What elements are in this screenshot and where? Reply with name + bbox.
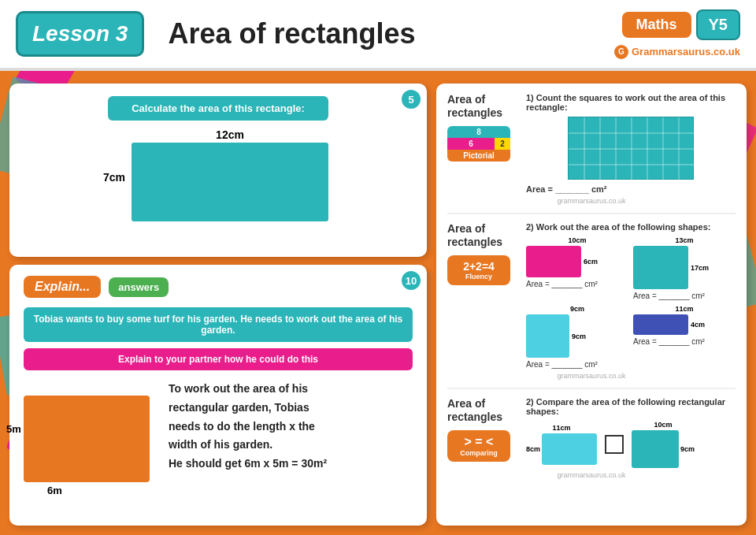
shape2-height: 17cm <box>691 264 709 272</box>
solution-line4: width of his garden. <box>169 438 272 451</box>
lesson-badge: Lesson 3 <box>16 11 144 57</box>
answers-badge[interactable]: answers <box>109 277 169 297</box>
ws-question-1: 1) Count the squares to work out the are… <box>526 93 736 112</box>
shape-item-1: 10cm 6cm Area = _______ cm² <box>526 236 628 300</box>
worksheet-section-1: Area of rectangles 8 6 2 Pictorial 1) Co… <box>447 93 736 214</box>
ws-row-3: Area of rectangles > = < Comparing 2) Co… <box>447 397 736 468</box>
ws-area-answer-1: Area = _______ cm² <box>526 184 736 194</box>
garden-width-label: 6m <box>47 485 62 496</box>
slide2-header: Explain... answers <box>24 276 413 298</box>
shape-item-2: 13cm 17cm Area = _______ cm² <box>633 236 736 300</box>
left-panel: 5 Calculate the area of this rectangle: … <box>9 84 427 526</box>
compare-shape1-height: 8cm <box>526 445 540 453</box>
year-badge: Y5 <box>696 9 740 40</box>
header: Lesson 3 Area of rectangles Maths Y5 G G… <box>0 0 756 71</box>
page-title: Area of rectangles <box>168 17 614 50</box>
height-label: 7cm <box>103 171 125 184</box>
compare-rect-2 <box>632 430 679 468</box>
ws-badge-mid: 6 2 <box>447 138 510 150</box>
compare-shape1-width: 11cm <box>526 424 597 432</box>
garden-rectangle <box>24 396 150 482</box>
ws-label-3: Area of rectangles <box>447 397 518 424</box>
solution-text: To work out the area of his rectangular … <box>161 380 413 474</box>
ws-content-3: 2) Compare the area of the following rec… <box>526 397 736 468</box>
subject-row: Maths Y5 <box>622 9 740 40</box>
explain-badge: Explain... <box>24 276 101 298</box>
ws-badge-mid-right: 2 <box>495 138 510 150</box>
shape2-row: 17cm <box>633 246 736 289</box>
shape1-area: Area = _______ cm² <box>526 280 628 288</box>
ws-badge-bot: Pictorial <box>447 150 510 162</box>
ws-question-3: 2) Compare the area of the following rec… <box>526 397 736 416</box>
garden-height-label: 5m <box>6 423 21 435</box>
slide-number-5: 5 <box>402 90 421 109</box>
worksheet-section-2: Area of rectangles 2+2=4 Fluency 2) Work… <box>447 222 736 389</box>
calculate-button[interactable]: Calculate the area of this rectangle: <box>108 96 328 121</box>
shape4-row: 4cm <box>633 314 736 335</box>
compare-shape2-height: 9cm <box>680 445 695 453</box>
compare-shape-1: 11cm 8cm <box>526 424 597 465</box>
solution-line5: He should get 6m x 5m = 30m² <box>169 457 327 470</box>
shape3-area: Area = _______ cm² <box>526 360 628 369</box>
solution-line1: To work out the area of his <box>169 382 308 395</box>
gram-footer-2: grammarsaurus.co.uk <box>447 372 736 380</box>
slide-number-10: 10 <box>402 271 421 290</box>
gram-footer-3: grammarsaurus.co.uk <box>447 471 736 479</box>
compare-shape-2: 10cm 9cm <box>632 421 695 468</box>
gram-icon: G <box>614 45 628 59</box>
solution-line2: rectangular garden, Tobias <box>169 401 309 414</box>
ws-content-1: 1) Count the squares to work out the are… <box>526 93 736 194</box>
shape4-area: Area = _______ cm² <box>633 337 736 346</box>
shape2-rect <box>633 246 688 289</box>
slide2-content: 6m 5m To work out the area of his rectan… <box>24 380 413 482</box>
shape-item-4: 11cm 4cm Area = _______ cm² <box>633 305 736 369</box>
compare-rect-1 <box>542 433 597 465</box>
comparing-label: Comparing <box>454 449 504 457</box>
ws-row-1: Area of rectangles 8 6 2 Pictorial 1) Co… <box>447 93 736 194</box>
ws-badge-1: 8 6 2 Pictorial <box>447 126 510 162</box>
ws-label-col-1: Area of rectangles 8 6 2 Pictorial <box>447 93 518 162</box>
slide-calculate: 5 Calculate the area of this rectangle: … <box>9 84 427 257</box>
fluency-label: Fluency <box>454 273 504 281</box>
compare-shape1-row: 8cm <box>526 433 597 465</box>
shape1-rect <box>526 246 581 277</box>
shape1-height: 6cm <box>584 258 598 266</box>
subject-badge: Maths <box>622 12 691 38</box>
ws-label-2: Area of rectangles <box>447 222 518 249</box>
fluency-math: 2+2=4 <box>454 260 504 273</box>
compare-shape2-width: 10cm <box>632 421 695 429</box>
shapes-grid: 10cm 6cm Area = _______ cm² 13cm <box>526 236 736 369</box>
partner-box: Explain to your partner how he could do … <box>24 348 413 370</box>
ws-label-col-2: Area of rectangles 2+2=4 Fluency <box>447 222 518 285</box>
shape4-height: 4cm <box>691 321 705 329</box>
ws-question-2: 2) Work out the area of the following sh… <box>526 222 736 232</box>
shape2-width: 13cm <box>633 236 736 244</box>
compare-shape2-row: 9cm <box>632 430 695 468</box>
shape2-area: Area = _______ cm² <box>633 292 736 300</box>
ws-label-col-3: Area of rectangles > = < Comparing <box>447 397 518 462</box>
ws-content-2: 2) Work out the area of the following sh… <box>526 222 736 369</box>
comparing-icons: > = < <box>454 435 504 449</box>
width-label: 12cm <box>132 128 328 141</box>
rectangle-shape <box>132 143 328 221</box>
solution-line3: needs to do the length x the <box>169 420 315 433</box>
compare-shapes: 11cm 8cm 10cm <box>526 421 736 468</box>
shape1-width: 10cm <box>526 236 628 244</box>
shape4-width: 11cm <box>633 305 736 313</box>
grid-rectangle <box>568 117 694 180</box>
shape1-row: 6cm <box>526 246 628 277</box>
right-panel: Area of rectangles 8 6 2 Pictorial 1) Co… <box>436 84 747 526</box>
ws-badge-mid-left: 6 <box>447 138 495 150</box>
ws-badge-top: 8 <box>447 126 510 138</box>
grammarsaurus-text: Grammarsaurus.co.uk <box>632 46 740 58</box>
header-right: Maths Y5 G Grammarsaurus.co.uk <box>614 9 740 59</box>
shape3-height: 9cm <box>572 333 586 340</box>
ws-label-1: Area of rectangles <box>447 93 518 120</box>
slide-explain: 10 Explain... answers Tobias wants to bu… <box>9 265 427 526</box>
comparing-badge: > = < Comparing <box>447 430 510 462</box>
shape3-rect <box>526 314 569 358</box>
grammarsaurus-logo: G Grammarsaurus.co.uk <box>614 45 740 59</box>
gram-footer-1: grammarsaurus.co.uk <box>447 197 736 205</box>
worksheet-section-3: Area of rectangles > = < Comparing 2) Co… <box>447 397 736 487</box>
fluency-badge: 2+2=4 Fluency <box>447 255 510 285</box>
